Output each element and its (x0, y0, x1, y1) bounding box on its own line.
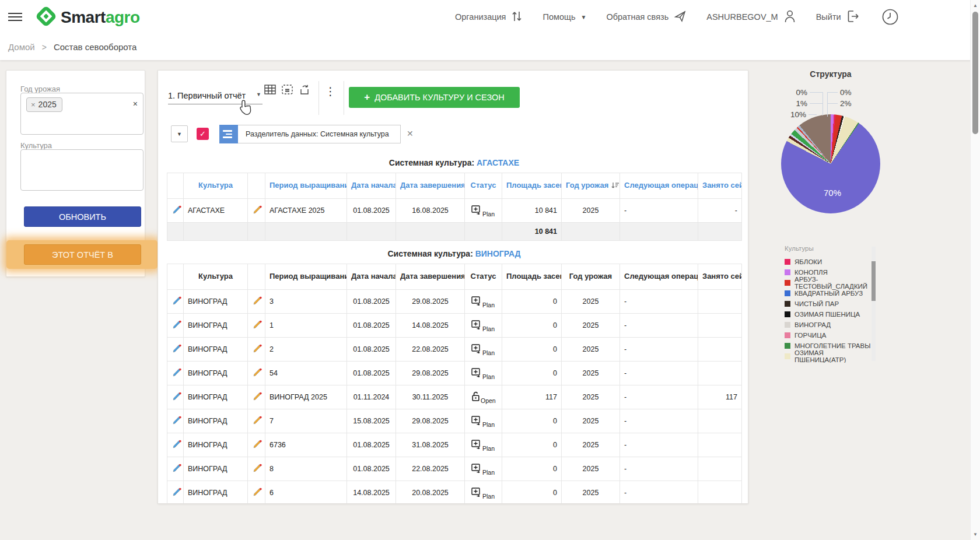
nav-user[interactable]: ASHURBEGOV_M (706, 9, 796, 25)
breadcrumb-home-link[interactable]: Домой (8, 42, 35, 52)
section-culture-link[interactable]: АГАСТАХЕ (477, 158, 519, 167)
edit-culture-icon[interactable] (172, 319, 183, 332)
edit-culture-icon[interactable] (172, 415, 183, 427)
user-icon (783, 9, 796, 25)
edit-culture-icon[interactable] (172, 462, 183, 475)
hamburger-menu-icon[interactable] (8, 10, 22, 22)
status-label: Plan (482, 421, 495, 428)
cell-year: 2025 (562, 457, 620, 481)
data-separator-input[interactable] (238, 125, 401, 143)
legend-scrollbar-thumb[interactable] (872, 261, 876, 301)
edit-culture-icon[interactable] (172, 391, 183, 404)
separator-dropdown-button[interactable]: ▼ (171, 125, 188, 142)
column-header[interactable]: Культура (184, 173, 248, 199)
column-header[interactable]: Следующая операция (620, 264, 698, 290)
edit-period-icon[interactable] (252, 439, 263, 451)
column-header[interactable]: Занято сейчас (698, 264, 742, 290)
nav-logout[interactable]: Выйти (816, 10, 860, 24)
cell-area: 10 841 (502, 199, 562, 223)
nav-organization[interactable]: Организация (455, 10, 523, 24)
cell-occupied: - (698, 199, 742, 223)
nav-feedback[interactable]: Обратная связь (606, 10, 687, 24)
more-options-icon[interactable]: ⋮ (325, 86, 336, 97)
edit-culture-icon[interactable] (172, 295, 183, 308)
section-culture-link[interactable]: ВИНОГРАД (475, 249, 521, 258)
chip-remove-icon[interactable]: × (31, 100, 36, 109)
edit-culture-icon[interactable] (172, 204, 183, 217)
legend-item[interactable]: ОЗИМАЯ ПШЕНИЦА(АТР) (785, 351, 871, 362)
clear-year-icon[interactable]: × (133, 99, 138, 108)
legend-item[interactable]: ОЗИМАЯ ПШЕНИЦА (785, 309, 871, 320)
clock-icon[interactable] (881, 8, 899, 27)
column-header[interactable]: Дата завершения (396, 173, 465, 199)
column-header[interactable]: Год урожая (562, 264, 620, 290)
report-export-button[interactable]: ЭТОТ ОТЧЁТ В (24, 244, 141, 265)
page-scrollbar[interactable]: ▲ ▼ (970, 0, 980, 540)
year-chip[interactable]: × 2025 (26, 97, 62, 112)
refresh-button[interactable]: ОБНОВИТЬ (24, 206, 141, 227)
legend-item[interactable]: АРБУЗ-ТЕСТОВЫЙ_СЛАДКИЙ (785, 278, 871, 288)
edit-period-icon[interactable] (252, 295, 263, 308)
column-header[interactable]: Культура (184, 264, 248, 290)
rotation-table: КультураПериод выращиванияДата началаДат… (167, 173, 742, 241)
edit-period-icon[interactable] (252, 486, 263, 499)
edit-culture-icon[interactable] (172, 343, 183, 356)
column-header[interactable]: Площадь засева (502, 264, 562, 290)
summary-cell (347, 223, 396, 241)
edit-period-icon[interactable] (252, 319, 263, 332)
legend-item[interactable]: ЧИСТЫЙ ПАР (785, 299, 871, 309)
culture-select[interactable] (20, 149, 144, 191)
legend-item[interactable]: ВИНОГРАД (785, 320, 871, 330)
nav-help[interactable]: Помощь ▼ (542, 12, 586, 22)
separator-close-icon[interactable]: ✕ (407, 129, 414, 138)
cell-area: 0 (502, 362, 562, 385)
column-header[interactable]: Статус (465, 173, 502, 199)
app-logo[interactable]: Smartagro (35, 5, 140, 30)
add-culture-season-button[interactable]: +ДОБАВИТЬ КУЛЬТУРУ И СЕЗОН (349, 87, 520, 108)
report-type-select[interactable]: 1. Первичный отчёт ▼ (168, 87, 262, 104)
column-header[interactable]: Статус (465, 264, 502, 290)
column-header[interactable]: Занято сейчас (698, 173, 742, 199)
edit-culture-icon[interactable] (172, 486, 183, 499)
separator-checkbox[interactable]: ✓ (197, 128, 209, 140)
column-header[interactable]: Следующая операция (620, 173, 698, 199)
edit-culture-icon[interactable] (172, 367, 183, 380)
legend-item[interactable]: ЯБЛОКИ (785, 257, 871, 267)
edit-cell (167, 362, 184, 385)
leader-line (822, 92, 823, 115)
edit-period-icon[interactable] (252, 462, 263, 475)
export-icon[interactable] (299, 85, 310, 97)
status-label: Plan (482, 493, 495, 500)
column-header[interactable]: Год урожая (562, 173, 620, 199)
cell-year: 2025 (562, 433, 620, 457)
column-header[interactable]: Период выращивания (265, 264, 347, 290)
table-view-icon[interactable] (264, 85, 276, 96)
column-header[interactable]: Дата начала (347, 264, 396, 290)
edit-period-icon[interactable] (252, 204, 263, 217)
edit-culture-icon[interactable] (172, 439, 183, 451)
status-plan-icon (471, 416, 482, 427)
column-header[interactable]: Дата завершения (396, 264, 465, 290)
edit-period-icon[interactable] (252, 415, 263, 427)
edit-period-icon[interactable] (252, 367, 263, 380)
focus-mode-icon[interactable] (282, 85, 293, 96)
column-header[interactable]: Дата начала (347, 173, 396, 199)
harvest-year-select[interactable]: × 2025 × (20, 93, 144, 135)
logo-diamond-icon (35, 5, 57, 30)
edit-cell (167, 199, 184, 223)
structure-pie-chart[interactable] (781, 114, 880, 213)
legend-item[interactable]: КВАДРАТНЫЙ АРБУЗ (785, 288, 871, 299)
legend-item[interactable]: ГОРЧИЦА (785, 330, 871, 341)
edit-period-icon[interactable] (252, 391, 263, 404)
edit-period-icon[interactable] (252, 343, 263, 356)
section-title: Системная культура: ВИНОГРАД (167, 249, 741, 258)
breadcrumb: Домой > Состав севооборота (0, 34, 980, 60)
scrollbar-thumb[interactable] (972, 12, 978, 134)
edit-column-header (167, 264, 184, 290)
scroll-up-icon[interactable]: ▲ (973, 3, 978, 8)
column-header[interactable]: Период выращивания (265, 173, 347, 199)
cell-next-operation: - (620, 433, 698, 457)
scroll-down-icon[interactable]: ▼ (973, 532, 978, 537)
column-header[interactable]: Площадь засева (502, 173, 562, 199)
leader-line (827, 92, 838, 93)
